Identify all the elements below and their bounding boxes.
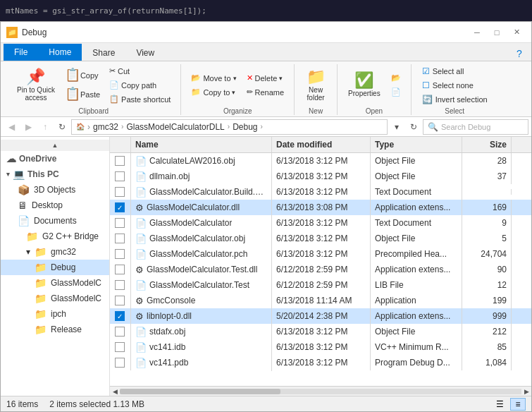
table-row[interactable]: 📄stdafx.obj6/13/2018 3:12 PMObject File2… (110, 324, 531, 339)
sidebar-item-3dobjects[interactable]: 📦 3D Objects (1, 182, 109, 198)
row-checkbox[interactable] (115, 342, 125, 352)
sidebar-item-documents[interactable]: 📄 Documents (1, 213, 109, 229)
invert-label: Invert selection (435, 95, 488, 104)
invert-selection-button[interactable]: 🔄 Invert selection (417, 93, 493, 106)
delete-button[interactable]: ✕ Delete ▾ (242, 71, 289, 85)
back-button[interactable]: ◀ (4, 119, 19, 135)
sidebar-item-glassmodelc1[interactable]: 📁 GlassModelC (1, 275, 109, 291)
sidebar-scroll-up[interactable]: ▲ (1, 140, 109, 151)
properties-button[interactable]: ✅ Properties (343, 71, 385, 99)
table-row[interactable]: 📄dllmain.obj6/13/2018 3:12 PMObject File… (110, 169, 531, 184)
row-checkbox[interactable] (115, 280, 125, 290)
row-checkbox[interactable] (115, 171, 125, 181)
forward-button[interactable]: ▶ (20, 119, 36, 135)
table-row[interactable]: ⚙GlassModelCalculator.Test.dll6/12/2018 … (110, 262, 531, 277)
row-checkbox[interactable] (115, 249, 125, 259)
sidebar-ipch-label: ipch (51, 309, 66, 319)
sidebar-item-glassmodelc2[interactable]: 📁 GlassModelC (1, 291, 109, 306)
tab-home[interactable]: Home (38, 44, 82, 61)
table-row[interactable]: ✓⚙GlassModelCalculator.dll6/13/2018 3:08… (110, 200, 531, 215)
ribbon-group-clipboard: 📌 Pin to Quickaccess 📋 Copy 📋 Paste (6, 64, 181, 115)
table-row[interactable]: 📄GlassModelCalculator.Build.CppClean6/13… (110, 184, 531, 200)
sidebar-item-ipch[interactable]: 📁 ipch (1, 306, 109, 322)
header-name[interactable]: Name (131, 137, 272, 152)
table-row[interactable]: 📄CalculateLAW2016.obj6/13/2018 3:12 PMOb… (110, 153, 531, 169)
table-row[interactable]: 📄GlassModelCalculator.obj6/13/2018 3:12 … (110, 231, 531, 246)
row-checkbox[interactable] (115, 218, 125, 228)
ribbon-help-button[interactable]: ? (510, 47, 528, 61)
glassmodelc1-icon: 📁 (35, 277, 47, 289)
row-checkbox[interactable] (115, 265, 125, 274)
tab-view[interactable]: View (125, 44, 165, 61)
address-refresh-button[interactable]: ↻ (406, 119, 421, 135)
sidebar-glassmodelc2-label: GlassModelC (51, 293, 101, 303)
h-scroll-right[interactable]: ▶ (521, 387, 531, 396)
row-checkbox[interactable] (115, 234, 125, 243)
header-date[interactable]: Date modified (272, 137, 371, 152)
pin-to-quick-access-button[interactable]: 📌 Pin to Quickaccess (12, 67, 60, 104)
search-box[interactable]: 🔍 Search Debug (423, 119, 528, 135)
row-checkbox[interactable] (115, 327, 125, 337)
paste-button[interactable]: 📋 Paste (61, 85, 104, 104)
table-row[interactable]: ✓⚙libnlopt-0.dll5/20/2014 2:38 PMApplica… (110, 308, 531, 324)
table-row[interactable]: 📄GlassModelCalculator.Test6/12/2018 2:59… (110, 277, 531, 293)
table-row[interactable]: 📄vc141.idb6/13/2018 3:12 PMVC++ Minimum … (110, 339, 531, 355)
up-button[interactable]: ↑ (37, 119, 53, 135)
select-none-button[interactable]: ☐ Select none (417, 79, 478, 92)
minimize-button[interactable]: ─ (468, 25, 486, 40)
file-name-cell: 📄GlassModelCalculator.pch (131, 246, 272, 262)
move-to-button[interactable]: 📂 Move to ▾ (187, 71, 240, 85)
list-view-button[interactable]: ☰ (492, 398, 507, 411)
sidebar-item-release[interactable]: 📁 Release (1, 322, 109, 337)
table-row[interactable]: 📄GlassModelCalculator.pch6/13/2018 3:12 … (110, 246, 531, 262)
file-size: 90 (462, 262, 512, 277)
tab-file[interactable]: File (4, 44, 38, 61)
selected-info: 2 items selected 1.13 MB (49, 399, 144, 409)
header-type[interactable]: Type (371, 137, 462, 152)
select-all-button[interactable]: ☑ Select all (417, 65, 469, 78)
open-extra-btn2[interactable]: 📄 (387, 85, 405, 99)
sidebar-glassmodelc1-label: GlassModelC (51, 278, 101, 288)
close-button[interactable]: ✕ (507, 25, 526, 40)
row-checkbox[interactable] (115, 358, 125, 368)
row-checkbox[interactable]: ✓ (115, 202, 125, 212)
explorer-window: 📁 Debug ─ □ ✕ File Home Share View ? � (0, 21, 532, 412)
release-icon: 📁 (35, 324, 47, 335)
tab-share[interactable]: Share (82, 44, 125, 61)
h-scroll-left[interactable]: ◀ (110, 387, 120, 396)
table-row[interactable]: 📄vc141.pdb6/13/2018 3:12 PMProgram Debug… (110, 355, 531, 370)
copy-path-button[interactable]: 📄 Copy path (105, 78, 175, 92)
refresh-button[interactable]: ↻ (54, 119, 70, 135)
address-path[interactable]: 🏠 › gmc32 › GlassModelCalculatorDLL › De… (71, 119, 388, 135)
rename-button[interactable]: ✏ Rename (242, 85, 289, 99)
table-row[interactable]: 📄GlassModelCalculator6/13/2018 3:12 PMTe… (110, 215, 531, 231)
paste-shortcut-button[interactable]: 📋 Paste shortcut (105, 92, 175, 106)
sidebar-item-desktop[interactable]: 🖥 Desktop (1, 198, 109, 213)
sidebar-item-g2bridge[interactable]: 📁 G2 C++ Bridge (1, 229, 109, 244)
row-checkbox[interactable]: ✓ (115, 311, 125, 321)
address-dropdown-button[interactable]: ▾ (389, 119, 404, 135)
row-checkbox[interactable] (115, 156, 125, 166)
sidebar-item-onedrive[interactable]: ☁ OneDrive (1, 151, 109, 166)
row-checkbox[interactable] (115, 187, 125, 197)
header-size[interactable]: Size (462, 137, 512, 152)
copy-to-button[interactable]: 📁 Copy to ▾ (187, 85, 240, 99)
table-row[interactable]: ⚙GmcConsole6/13/2018 11:14 AMApplication… (110, 293, 531, 308)
sidebar-item-debug[interactable]: 📁 Debug (1, 260, 109, 275)
open-extra-btn1[interactable]: 📂 (387, 71, 405, 85)
sidebar-item-gmc32[interactable]: ▾ 📁 gmc32 (1, 244, 109, 260)
copy-paste-column: 📋 Copy 📋 Paste (61, 66, 104, 104)
file-type-icon: 📄 (135, 358, 147, 368)
h-scroll-track[interactable] (120, 389, 521, 394)
sidebar-3dobjects-label: 3D Objects (34, 185, 75, 195)
detail-view-button[interactable]: ≡ (510, 398, 526, 411)
copy-button[interactable]: 📋 Copy (61, 66, 104, 85)
new-folder-button[interactable]: 📁 Newfolder (300, 67, 331, 104)
copy-path-label: Copy path (121, 81, 156, 90)
sidebar-item-thispc[interactable]: ▾ 💻 This PC (1, 166, 109, 182)
3dobjects-icon: 📦 (18, 184, 30, 195)
cut-button[interactable]: ✂ Cut (105, 64, 175, 78)
maximize-button[interactable]: □ (488, 25, 506, 40)
row-checkbox[interactable] (115, 296, 125, 305)
file-list-header: Name Date modified Type Size (110, 137, 531, 153)
